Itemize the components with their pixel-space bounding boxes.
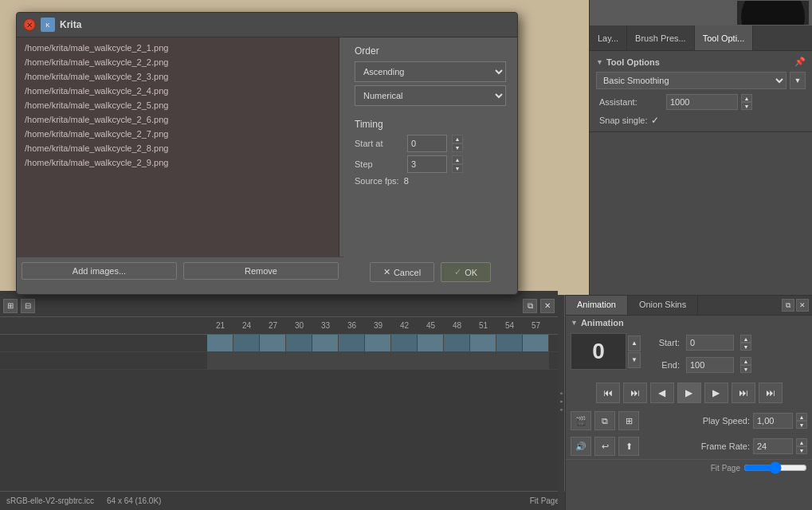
track-cell[interactable] <box>470 352 496 369</box>
track-cell[interactable] <box>233 335 260 351</box>
track-cell[interactable] <box>286 335 312 351</box>
order-select-ascending[interactable]: Ascending <box>355 61 506 82</box>
smoothing-select[interactable]: Basic Smoothing <box>596 72 787 89</box>
tab-layers[interactable]: Lay... <box>590 26 627 50</box>
play-speed-input[interactable] <box>753 413 793 429</box>
vertical-splitter[interactable]: • • • <box>558 295 564 510</box>
next-keyframe-btn[interactable]: ⏭ <box>732 382 755 403</box>
file-item-1[interactable]: /home/krita/male_walkcycle_2_1.png <box>20 41 335 55</box>
end-spin-up[interactable]: ▲ <box>740 357 751 365</box>
loop-btn[interactable]: ↩ <box>594 437 615 456</box>
copy-frame-btn[interactable]: ⧉ <box>594 411 615 430</box>
start-at-row: Start at ▲ ▼ <box>355 135 506 152</box>
zoom-slider[interactable] <box>743 461 807 474</box>
assistant-input[interactable] <box>666 94 738 110</box>
start-at-spin-down[interactable]: ▼ <box>452 143 463 152</box>
track-cell[interactable] <box>523 335 549 351</box>
start-spin-down[interactable]: ▼ <box>740 343 751 351</box>
file-item-6[interactable]: /home/krita/male_walkcycle_2_6.png <box>20 112 335 127</box>
frame-up-btn[interactable]: ▲ <box>628 335 641 351</box>
end-input[interactable] <box>686 357 734 373</box>
export-btn[interactable]: ⬆ <box>618 437 639 456</box>
track-cell[interactable] <box>444 352 470 369</box>
dialog-close-btn[interactable]: ✕ <box>23 18 36 31</box>
tab-onion-skins[interactable]: Onion Skins <box>628 296 698 315</box>
step-spin-down[interactable]: ▼ <box>452 164 463 173</box>
order-select-numerical[interactable]: Numerical <box>355 85 506 106</box>
assistant-spin-up[interactable]: ▲ <box>741 94 752 102</box>
track-cell[interactable] <box>496 335 523 351</box>
track-cell[interactable] <box>523 352 549 369</box>
track-cell[interactable] <box>444 335 470 351</box>
frame-rate-down[interactable]: ▼ <box>796 446 807 454</box>
pin-icon[interactable]: 📌 <box>794 57 806 67</box>
next-frame-btn[interactable]: ▶ <box>704 382 728 403</box>
track-cell[interactable] <box>470 335 496 351</box>
timeline-float-btn[interactable]: ⧉ <box>523 299 537 313</box>
timeline-close-btn[interactable]: ✕ <box>540 299 555 313</box>
track-cell[interactable] <box>365 352 391 369</box>
track-cell[interactable] <box>233 352 260 369</box>
file-item-2[interactable]: /home/krita/male_walkcycle_2_2.png <box>20 55 335 69</box>
step-spin-up[interactable]: ▲ <box>452 155 463 164</box>
timeline-expand-btn[interactable]: ⊟ <box>21 299 35 313</box>
end-spin-down[interactable]: ▼ <box>740 365 751 373</box>
track-cell[interactable] <box>339 352 365 369</box>
file-item-9[interactable]: /home/krita/male_walkcycle_2_9.png <box>20 155 335 170</box>
track-cell[interactable] <box>391 335 418 351</box>
track-cell[interactable] <box>260 335 286 351</box>
file-item-8[interactable]: /home/krita/male_walkcycle_2_8.png <box>20 141 335 155</box>
frame-down-btn[interactable]: ▼ <box>628 352 641 368</box>
track-cell[interactable] <box>496 352 523 369</box>
ruler-mark-45: 45 <box>418 321 444 330</box>
audio-btn[interactable]: 🔊 <box>571 437 591 456</box>
start-at-spin-up[interactable]: ▲ <box>452 135 463 143</box>
status-bar: sRGB-elle-V2-srgbtrc.icc 64 x 64 (16.0K)… <box>0 491 566 510</box>
tab-animation[interactable]: Animation <box>566 296 628 315</box>
frame-rate-input[interactable] <box>753 438 793 454</box>
add-frame-btn[interactable]: 🎬 <box>571 411 591 430</box>
track-cell[interactable] <box>418 352 444 369</box>
file-item-7[interactable]: /home/krita/male_walkcycle_2_7.png <box>20 127 335 141</box>
cancel-label: Cancel <box>394 268 421 277</box>
step-input[interactable] <box>407 155 447 173</box>
track-cell[interactable] <box>391 352 418 369</box>
track-cell[interactable] <box>312 335 339 351</box>
tab-brush-presets[interactable]: Brush Pres... <box>627 26 695 50</box>
anim-close-btn[interactable]: ✕ <box>796 299 809 312</box>
tab-tool-options[interactable]: Tool Opti... <box>695 26 754 50</box>
skip-to-end-btn[interactable]: ⏭ <box>759 382 783 403</box>
track-cell[interactable] <box>365 335 391 351</box>
timeline-pin-btn[interactable]: ⊞ <box>3 299 18 313</box>
frame-rate-up[interactable]: ▲ <box>796 438 807 446</box>
play-speed-down[interactable]: ▼ <box>796 421 807 429</box>
track-cell[interactable] <box>286 352 312 369</box>
prev-frame-btn[interactable]: ◀ <box>650 382 674 403</box>
track-cell[interactable] <box>312 352 339 369</box>
remove-btn[interactable]: Remove <box>183 262 339 280</box>
track-cell[interactable] <box>339 335 365 351</box>
play-speed-up[interactable]: ▲ <box>796 413 807 421</box>
frame-settings-btn[interactable]: ⊞ <box>618 411 639 430</box>
assistant-spin-down[interactable]: ▼ <box>741 102 752 110</box>
prev-keyframe-btn[interactable]: ⏭ <box>623 382 647 403</box>
ok-btn[interactable]: ✓ OK <box>441 262 491 282</box>
file-item-3[interactable]: /home/krita/male_walkcycle_2_3.png <box>20 69 335 84</box>
track-cell[interactable] <box>260 352 286 369</box>
skip-to-start-btn[interactable]: ⏮ <box>596 382 620 403</box>
track-cell[interactable] <box>207 335 233 351</box>
file-item-5[interactable]: /home/krita/male_walkcycle_2_5.png <box>20 98 335 112</box>
track-cell[interactable] <box>207 352 233 369</box>
file-item-4[interactable]: /home/krita/male_walkcycle_2_4.png <box>20 84 335 98</box>
start-input[interactable] <box>686 335 734 351</box>
smoothing-expand-btn[interactable]: ▼ <box>790 72 806 89</box>
add-images-btn[interactable]: Add images... <box>22 262 177 280</box>
start-at-input[interactable] <box>407 135 447 152</box>
start-spin-up[interactable]: ▲ <box>740 335 751 343</box>
cancel-btn[interactable]: ✕ Cancel <box>370 262 434 282</box>
anim-float-btn[interactable]: ⧉ <box>782 299 794 312</box>
import-dialog: ✕ K Krita /home/krita/male_walkcycle_2_1… <box>16 12 518 295</box>
frame-counter[interactable]: 0 <box>571 333 626 370</box>
track-cell[interactable] <box>418 335 444 351</box>
play-btn[interactable]: ▶ <box>677 382 701 403</box>
